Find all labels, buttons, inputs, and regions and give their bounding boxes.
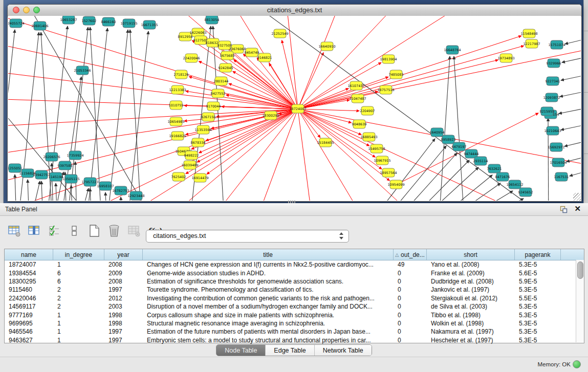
graph-node-7632621[interactable]: 7632621	[487, 164, 502, 173]
graph-node-9245652[interactable]: 9245652	[518, 188, 533, 196]
window-titlebar[interactable]: citations_edges.txt	[8, 5, 581, 16]
scrollbar-thumb[interactable]	[577, 261, 583, 279]
table-row[interactable]: 946554611997Estimation of the future num…	[5, 327, 584, 336]
graph-node-8471676[interactable]: 8471676	[495, 172, 510, 181]
graph-node-1010755[interactable]: 1010755	[169, 101, 184, 110]
table-row[interactable]: 911546021997Tourette syndrome. Phenomeno…	[5, 286, 584, 294]
graph-node-10954099[interactable]: 10954099	[387, 180, 404, 189]
graph-node-8813054[interactable]: 8813054	[205, 16, 220, 24]
graph-node-18300295[interactable]: 18300295	[262, 111, 279, 120]
graph-node-15692971[interactable]: 15692971	[548, 143, 564, 151]
graph-node-10967915[interactable]: 10967915	[374, 156, 390, 165]
graph-node-12093872[interactable]: 12093872	[543, 93, 560, 102]
graph-node-22420046[interactable]: 22420046	[183, 54, 200, 62]
graph-node-10719155[interactable]: 10719155	[120, 19, 137, 28]
graph-node-18957564[interactable]: 18957564	[380, 168, 397, 177]
tab-network-table[interactable]: Network Table	[315, 345, 372, 356]
graph-node-12217987[interactable]: 12217987	[523, 39, 540, 48]
table-row[interactable]: 977716911998Corpus callosum shape and si…	[5, 311, 584, 319]
network-canvas[interactable]: 1872400724055724206914061065328715276028…	[8, 16, 581, 201]
citation-graph[interactable]: 1872400724055724206914061065328715276028…	[8, 16, 581, 201]
graph-node-8427552[interactable]: 8427552	[211, 89, 226, 98]
graph-node-18757516[interactable]: 18757516	[377, 85, 394, 94]
graph-node-1145194[interactable]: 1145194	[49, 172, 63, 181]
graph-node-16671355[interactable]: 16671355	[141, 20, 158, 29]
graph-node-2803144[interactable]: 2803144	[214, 77, 229, 85]
graph-node-9242845[interactable]: 9242845	[219, 63, 233, 72]
column-header-title[interactable]: title	[143, 249, 394, 260]
graph-node-9329966[interactable]: 9329966	[547, 59, 561, 68]
tab-node-table[interactable]: Node Table	[216, 345, 266, 356]
table-row[interactable]: 1938455462009Genome-wide association stu…	[5, 269, 584, 277]
column-header-pagerank[interactable]: pagerank	[515, 249, 561, 260]
graph-node-16648784[interactable]: 16648784	[444, 46, 461, 54]
graph-node-20691406[interactable]: 20691406	[31, 21, 48, 30]
graph-node-21053346[interactable]: 21053346	[74, 66, 91, 75]
graph-node-17016504[interactable]: 17016504	[550, 158, 567, 167]
graph-node-9146821[interactable]: 9146821	[257, 53, 272, 62]
graph-node-16039489[interactable]: 16039489	[181, 161, 198, 169]
graph-node-2718126[interactable]: 2718126	[174, 70, 189, 79]
table-row[interactable]: 1456911722003Disruption of a novel membe…	[5, 302, 584, 311]
graph-node-15495758[interactable]: 15495758	[368, 144, 385, 153]
graph-node-13942757[interactable]: 13942757	[33, 170, 50, 179]
column-header-in_degree[interactable]: in_degree	[53, 249, 104, 260]
graph-node-8958923[interactable]: 8958923	[441, 135, 456, 144]
graph-node-24055724[interactable]: 24055724	[8, 19, 25, 28]
graph-node-14226063[interactable]: 14226063	[189, 28, 206, 37]
graph-node-11353594[interactable]: 11353594	[194, 125, 211, 134]
close-panel-icon[interactable]: ✕	[574, 204, 581, 213]
graph-node-17359924[interactable]: 17359924	[67, 151, 83, 160]
row-height-icon[interactable]	[67, 223, 81, 238]
graph-node-9397588[interactable]: 9397588	[58, 161, 73, 170]
graph-node-16914479[interactable]: 16914479	[191, 173, 208, 182]
graph-node-16107437[interactable]: 16107437	[347, 81, 364, 90]
graph-node-1167531[interactable]: 1167531	[554, 172, 569, 181]
graph-node-16640910[interactable]: 16640910	[318, 42, 335, 51]
tab-edge-table[interactable]: Edge Table	[266, 345, 314, 356]
graph-node-16885493[interactable]: 16885493	[360, 133, 377, 141]
graph-node-17957223[interactable]: 17957223	[81, 178, 98, 186]
table-row[interactable]: 1830029562008Estimation of significance …	[5, 277, 584, 286]
graph-node-19166825[interactable]: 19166825	[169, 132, 186, 140]
graph-node-19813904[interactable]: 19813904	[380, 55, 397, 63]
graph-node-12213383[interactable]: 12213383	[169, 85, 186, 94]
graph-node-12923448[interactable]: 12923448	[127, 191, 144, 200]
graph-node-9227341[interactable]: 9227341	[546, 77, 560, 85]
graph-node-9048639[interactable]: 9048639	[352, 120, 367, 128]
vertical-scrollbar[interactable]	[576, 260, 584, 342]
delete-table-icon[interactable]	[107, 223, 121, 238]
graph-node-2935114[interactable]: 2935114	[473, 157, 488, 165]
graph-node-1527602[interactable]: 1527602	[82, 16, 97, 25]
graph-node-5675685[interactable]: 5675685	[220, 51, 235, 60]
column-header-short[interactable]: short	[427, 249, 515, 260]
graph-node-20206576[interactable]: 20206576	[43, 152, 60, 161]
graph-node-9498222[interactable]: 9498222	[184, 151, 199, 160]
show-columns-icon[interactable]	[27, 223, 41, 238]
graph-node-7625402[interactable]: 7625402	[171, 172, 186, 181]
float-panel-icon[interactable]	[560, 206, 568, 213]
new-document-icon[interactable]	[87, 223, 101, 238]
graph-node-2204907[interactable]: 2204907	[360, 106, 375, 115]
column-header-name[interactable]: name	[5, 249, 53, 260]
table-settings-icon[interactable]	[7, 223, 21, 238]
column-header-year[interactable]: year	[104, 249, 143, 260]
graph-node-10654985[interactable]: 10654985	[167, 117, 184, 126]
graph-node-16958107[interactable]: 16958107	[97, 182, 114, 190]
graph-node-7485083[interactable]: 7485083	[389, 70, 404, 79]
graph-node-8215955[interactable]: 8215955	[540, 107, 555, 116]
graph-node-21252549[interactable]: 21252549	[271, 29, 288, 38]
graph-node-13505115[interactable]: 13505115	[62, 174, 79, 183]
table-selector-dropdown[interactable]: citations_edges.txt	[146, 230, 349, 243]
graph-node-10654112[interactable]: 10654112	[506, 180, 523, 189]
graph-node-10210643[interactable]: 10210643	[544, 126, 561, 135]
graph-node-19734893[interactable]: 19734893	[497, 54, 514, 62]
graph-node-11548498[interactable]: 11548498	[520, 29, 537, 38]
graph-node-1640954[interactable]: 1640954	[430, 128, 445, 137]
table-row[interactable]: 946362711997Embryonic stem cells: a mode…	[5, 336, 584, 344]
graph-node-9170044[interactable]: 9170044	[206, 102, 221, 111]
table-row[interactable]: 1872400712008Changes of HCN gene express…	[5, 260, 584, 269]
graph-node-15184455[interactable]: 15184455	[317, 138, 334, 147]
table-row[interactable]: 969969511998Structural magnetic resonanc…	[5, 319, 584, 327]
window-resize-grip[interactable]	[573, 193, 581, 201]
